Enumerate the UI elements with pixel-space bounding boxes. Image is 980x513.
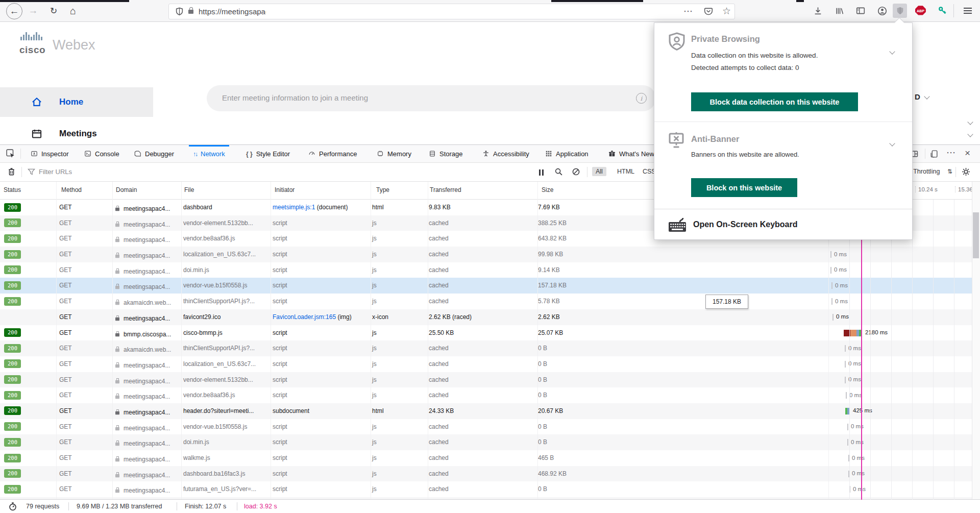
- extension-shield-icon[interactable]: [893, 4, 907, 18]
- dock-icon[interactable]: [930, 150, 939, 158]
- transferred-total[interactable]: 9.69 MB / 1.23 MB transferred: [77, 503, 162, 510]
- type-cell: js: [372, 485, 377, 493]
- devtools-close-icon[interactable]: ×: [965, 148, 970, 159]
- search-icon[interactable]: [554, 167, 563, 176]
- block-data-collection-button[interactable]: Block data collection on this website: [691, 92, 858, 111]
- network-request-row[interactable]: 200GETbmmp.ciscospa...cisco-bmmp.jsscrip…: [0, 325, 980, 341]
- pause-icon[interactable]: [539, 168, 544, 178]
- devtools-tab-network[interactable]: ↑↓Network: [191, 145, 227, 162]
- devtools-scrollbar-thumb[interactable]: [973, 212, 979, 258]
- col-header-size[interactable]: Size: [542, 186, 553, 193]
- network-settings-gear-icon[interactable]: [962, 167, 970, 176]
- filter-urls-input[interactable]: Filter URLs: [39, 168, 72, 176]
- col-header-file[interactable]: File: [184, 186, 194, 193]
- network-request-row[interactable]: 200GETmeetingsapac4...header.do?siteurl=…: [0, 403, 980, 419]
- type-filter-html[interactable]: HTML: [614, 167, 638, 176]
- clear-requests-trash-icon[interactable]: [7, 167, 16, 176]
- devtools-tab-application[interactable]: Application: [543, 145, 591, 162]
- network-request-row[interactable]: 200GETakamaicdn.web...thinClientSupportA…: [0, 340, 980, 356]
- bookmark-star-icon[interactable]: ☆: [722, 5, 731, 17]
- library-icon[interactable]: [832, 4, 846, 18]
- sidebar-item-label: Home: [59, 97, 83, 107]
- network-request-row[interactable]: GETmeetingsapac4...favicont29.icoFavicon…: [0, 309, 980, 325]
- menu-hamburger-icon[interactable]: [961, 4, 975, 18]
- home-button[interactable]: ⌂: [65, 3, 81, 18]
- sidebar-toggle-icon[interactable]: [853, 4, 868, 18]
- col-header-transferred[interactable]: Transferred: [430, 186, 461, 193]
- page-scroll-chevron-icon[interactable]: [967, 119, 973, 125]
- devtools-tab-console[interactable]: Console: [82, 145, 121, 162]
- page-actions-icon[interactable]: ⋯: [683, 6, 693, 17]
- initiator-link[interactable]: FaviconLoader.jsm:165: [273, 313, 336, 321]
- sidebar-item-home[interactable]: Home: [0, 87, 153, 117]
- col-header-method[interactable]: Method: [61, 186, 82, 193]
- status-badge: 200: [4, 391, 21, 400]
- network-request-row[interactable]: 200GETmeetingsapac4...doi.min.jsscriptjs…: [0, 262, 980, 278]
- devtools-tab-accessibility[interactable]: Accessibility: [480, 145, 531, 162]
- col-header-status[interactable]: Status: [4, 186, 21, 193]
- finish-time[interactable]: Finish: 12.07 s: [185, 503, 226, 510]
- join-meeting-input[interactable]: Enter meeting information to join a meet…: [207, 85, 656, 111]
- style-editor-icon: { }: [246, 150, 253, 158]
- stopwatch-icon[interactable]: [8, 502, 17, 511]
- info-icon[interactable]: i: [636, 93, 647, 104]
- size-cell: 468.92 KB: [538, 470, 567, 477]
- anti-banner-expand-icon[interactable]: [889, 140, 895, 146]
- downloads-icon[interactable]: [811, 4, 825, 18]
- abp-icon[interactable]: ABP: [914, 4, 928, 18]
- network-request-row[interactable]: 200GETmeetingsapac4...vendor-vue.b15f055…: [0, 278, 980, 294]
- pocket-icon[interactable]: [704, 7, 713, 16]
- col-header-initiator[interactable]: Initiator: [275, 186, 295, 193]
- reload-button[interactable]: ↻: [46, 3, 61, 18]
- https-lock-icon: [115, 333, 119, 336]
- back-button[interactable]: ←: [6, 3, 22, 19]
- load-time[interactable]: load: 3.92 s: [244, 503, 277, 510]
- tracking-shield-icon[interactable]: [175, 7, 184, 16]
- col-header-domain[interactable]: Domain: [116, 186, 137, 193]
- network-request-row[interactable]: 200GETmeetingsapac4...localization_en_US…: [0, 356, 980, 372]
- initiator-link[interactable]: meetsimple.js:1: [273, 204, 315, 211]
- https-lock-icon: [115, 411, 119, 414]
- pick-element-icon[interactable]: [6, 149, 15, 158]
- private-browsing-expand-icon[interactable]: [889, 48, 895, 54]
- request-count[interactable]: 79 requests: [26, 503, 59, 510]
- network-request-row[interactable]: 200GETmeetingsapac4...walkme.jsscriptjsc…: [0, 450, 980, 466]
- waterfall-time-label: 0 ms: [852, 455, 865, 461]
- network-request-row[interactable]: 200GETmeetingsapac4...localization_en_US…: [0, 247, 980, 262]
- network-request-row[interactable]: 200GETakamaicdn.web...thinClientSupportA…: [0, 294, 980, 309]
- tab-label: Inspector: [41, 150, 68, 158]
- devtools-tab-memory[interactable]: Memory: [375, 145, 413, 162]
- devtools-tab-style-editor[interactable]: { }Style Editor: [244, 145, 292, 162]
- password-key-icon[interactable]: [935, 4, 949, 18]
- size-cell: 0 B: [538, 345, 547, 352]
- type-filter-all[interactable]: All: [592, 167, 606, 176]
- network-request-row[interactable]: 200GETmeetingsapac4...doi.min.jsscriptjs…: [0, 434, 980, 450]
- tab-label: What's New: [619, 150, 654, 158]
- devtools-meatball-menu-icon[interactable]: ⋯: [946, 147, 955, 158]
- network-request-row[interactable]: 200GETmeetingsapac4...vendor-element.513…: [0, 372, 980, 388]
- url-text[interactable]: https://meetingsapac4.webex.com: [199, 7, 266, 16]
- url-bar[interactable]: https://meetingsapac4.webex.com ⋯ ☆: [168, 4, 735, 19]
- account-icon[interactable]: [875, 4, 889, 18]
- open-keyboard-label[interactable]: Open On-Screen Keyboard: [693, 220, 798, 229]
- network-request-row[interactable]: 200GETmeetingsapac4...futurama_en_US.js?…: [0, 481, 980, 497]
- page-scroll-chevron-icon[interactable]: [967, 131, 973, 137]
- block-icon[interactable]: [572, 167, 580, 176]
- devtools-tab-inspector[interactable]: Inspector: [29, 145, 70, 162]
- forward-button[interactable]: →: [26, 3, 41, 18]
- network-request-row[interactable]: 200GETmeetingsapac4...vendor.be8aaf36.js…: [0, 387, 980, 403]
- user-menu-chevron-icon[interactable]: [924, 93, 929, 99]
- network-request-row[interactable]: 200GETmeetingsapac4...dashboard.ba16fac3…: [0, 466, 980, 482]
- devtools-tab-storage[interactable]: Storage: [427, 145, 465, 162]
- user-menu-fragment[interactable]: D: [915, 92, 920, 101]
- block-on-website-button[interactable]: Block on this website: [691, 178, 797, 197]
- devtools-tab-debugger[interactable]: Debugger: [132, 145, 176, 162]
- lock-icon[interactable]: [188, 7, 193, 16]
- devtools-tab-performance[interactable]: Performance: [306, 145, 359, 162]
- network-request-row[interactable]: 200GETmeetingsapac4...vendor-vue.b15f055…: [0, 419, 980, 435]
- col-header-type[interactable]: Type: [376, 186, 389, 193]
- devtools-tab-whats-new[interactable]: What's New: [606, 145, 656, 162]
- waterfall-tick: [830, 251, 831, 258]
- file-cell: doi.min.js: [183, 438, 209, 446]
- method-cell: GET: [59, 470, 72, 477]
